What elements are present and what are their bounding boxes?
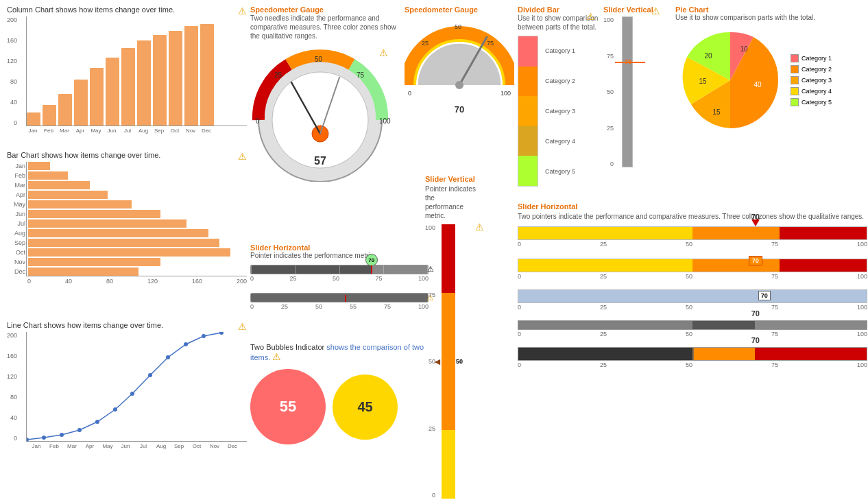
x-label-aug: Aug (136, 128, 150, 134)
sliderhr-row3[interactable]: 70 0255075100 ⚠ (518, 289, 867, 311)
pie-chart-desc: Use it to show comparison parts with the… (675, 14, 867, 21)
divided-bar-area: Divided Bar Use it to show comparison be… (518, 5, 600, 191)
slider-vert-main-track-wrap[interactable]: ◄ 50 (438, 224, 466, 499)
sliderhr-row4-axis: 0255075100 (518, 331, 867, 337)
x-label-jul: Jul (121, 128, 134, 134)
slider1-row2[interactable]: 025505575100 ⚠ (250, 293, 429, 310)
slider1-track[interactable] (250, 265, 429, 274)
div-bar-cat2 (518, 67, 538, 97)
svg-point-1 (272, 72, 368, 168)
dot-oct (184, 342, 188, 346)
line-x-mar: Mar (63, 443, 81, 449)
x-label-mar: Mar (58, 128, 71, 134)
speed1-value: 57 (314, 155, 326, 167)
slider-vert-right-track[interactable]: 70 (616, 16, 644, 167)
sliderhr-row5-track[interactable] (518, 347, 867, 361)
pie-legend-label-cat1: Category 1 (801, 55, 832, 62)
line-y-40: 40 (10, 414, 17, 421)
speedometer1-warning: ⚠ (379, 47, 388, 58)
sliderhr-row3-value: 70 (758, 291, 771, 300)
slider-vert-right-value: 70 (625, 58, 631, 65)
y-label-5: 200 (7, 16, 17, 23)
slider1-row1[interactable]: 70 0255075100 ⚠ (250, 265, 429, 282)
pie-val-cat5: 20 (704, 52, 712, 60)
line-x-jan: Jan (27, 443, 45, 449)
dot-jul (130, 392, 134, 396)
pie-legend-color-cat2 (791, 65, 799, 73)
slider-vert-right-container[interactable]: 1007550250 70 (603, 16, 672, 167)
divided-bar-container: Category 1 Category 2 Category 3 Categor… (518, 36, 600, 187)
slider-horiz-right: Slider Horizontal Two pointers indicate … (518, 202, 867, 497)
slider-vert-main-title: Slider Vertical (425, 175, 480, 183)
divided-bar-warning: ⚠ (586, 11, 595, 22)
speed2-label-75: 75 (487, 40, 494, 47)
div-bar-cat3 (518, 96, 538, 126)
x-label-feb: Feb (42, 128, 56, 134)
sliderhr-row1-track[interactable] (518, 226, 867, 240)
slider-horiz1-title: Slider Horizontal (250, 243, 429, 252)
speedometer2-area: Speedometer Gauge 0 25 50 75 100 70 (405, 5, 521, 170)
sliderhr-row1[interactable]: 70 0255075100 ⚠ (518, 226, 867, 248)
column-chart-area: Column Chart shows how items change over… (7, 5, 247, 143)
pie-legend-color-cat5 (791, 98, 799, 106)
slider-vert-main-container[interactable]: 1007550250 ◄ 50 ⚠ (425, 224, 480, 499)
sliderhr-row4[interactable]: 70 0255075100 ⚠ (518, 320, 867, 337)
bubbles-area: Two Bubbles Indicator shows the comparis… (250, 343, 429, 494)
column-chart-warning: ⚠ (238, 5, 247, 16)
speedometer1-desc: Two needles indicate the performance and… (250, 14, 401, 40)
col-bar-aug (137, 40, 151, 126)
slider-vert-main: Slider Vertical Pointer indicates theper… (425, 175, 480, 497)
dot-sep (166, 355, 170, 359)
bar-row-feb: Feb (27, 171, 247, 180)
pie-legend-label-cat5: Category 5 (801, 99, 832, 106)
bar-row-jun: Jun (27, 210, 247, 218)
sliderhr-row2-axis: 0255075100 (518, 273, 867, 280)
bar-row-oct: Oct (27, 248, 247, 257)
dot-aug (148, 373, 152, 377)
pie-val-cat4: 15 (699, 78, 707, 85)
speed1-label-75: 75 (357, 71, 365, 79)
x-label-jun: Jun (105, 128, 119, 134)
x-label-oct: Oct (168, 128, 182, 134)
x-label-sep: Sep (152, 128, 166, 134)
divided-bar-chart (518, 36, 538, 187)
slider1-axis: 0255075100 (250, 275, 429, 282)
bar-x-200: 200 (237, 278, 247, 285)
bar-chart-title: Bar Chart shows how items change over ti… (7, 151, 247, 159)
line-x-nov: Nov (206, 443, 224, 449)
bar-chart-warning: ⚠ (238, 151, 247, 162)
pie-chart-svg: 10 40 15 15 20 (675, 25, 785, 135)
speedometer2-title: Speedometer Gauge (405, 5, 521, 14)
line-x-apr: Apr (81, 443, 99, 449)
bar-row-jul: Jul (27, 219, 247, 228)
sliderhr-row4-track[interactable] (518, 320, 867, 330)
sliderhr-row3-axis: 0255075100 (518, 304, 867, 311)
sliderhr-row1-axis: 0255075100 (518, 241, 867, 248)
slider-vert-main-desc: Pointer indicates theperformance metric. (425, 184, 480, 220)
col-bar-apr (74, 80, 88, 126)
pie-val-cat3: 15 (712, 108, 721, 116)
sliderhr-row5[interactable]: 70 0255075100 ⚠ (518, 347, 867, 368)
slider2-track[interactable] (250, 293, 429, 302)
bar-x-80: 80 (106, 278, 113, 285)
pie-legend-label-cat4: Category 4 (801, 88, 832, 95)
bar-x-40: 40 (65, 278, 72, 285)
div-bar-cat5 (518, 156, 538, 186)
sliderhr-row2[interactable]: 70 0255075100 ⚠ (518, 259, 867, 280)
line-chart-warning: ⚠ (238, 321, 247, 332)
line-x-jun: Jun (117, 443, 134, 449)
slider-horiz1-desc: Pointer indicates the performance metric… (250, 252, 429, 259)
sliderhr-desc: Two pointers indicate the performance an… (518, 212, 867, 221)
sliderhr-row5-value: 70 (751, 336, 760, 344)
line-chart-area: Line Chart shows how items change over t… (7, 321, 247, 472)
x-label-jan: Jan (26, 128, 40, 134)
speed2-value: 70 (455, 104, 464, 115)
bar-chart-area: Bar Chart shows how items change over ti… (7, 151, 247, 309)
sliderhr-row3-track[interactable] (518, 289, 867, 303)
column-chart-title-text: Column Chart shows how items change over… (7, 5, 175, 14)
bar-row-sep: Sep (27, 239, 247, 247)
sliderhr-row2-track[interactable] (518, 259, 867, 272)
pie-legend-color-cat4 (791, 87, 799, 95)
divided-bar-labels: Category 1 Category 2 Category 3 Categor… (545, 36, 575, 187)
line-y-160: 160 (7, 353, 17, 359)
